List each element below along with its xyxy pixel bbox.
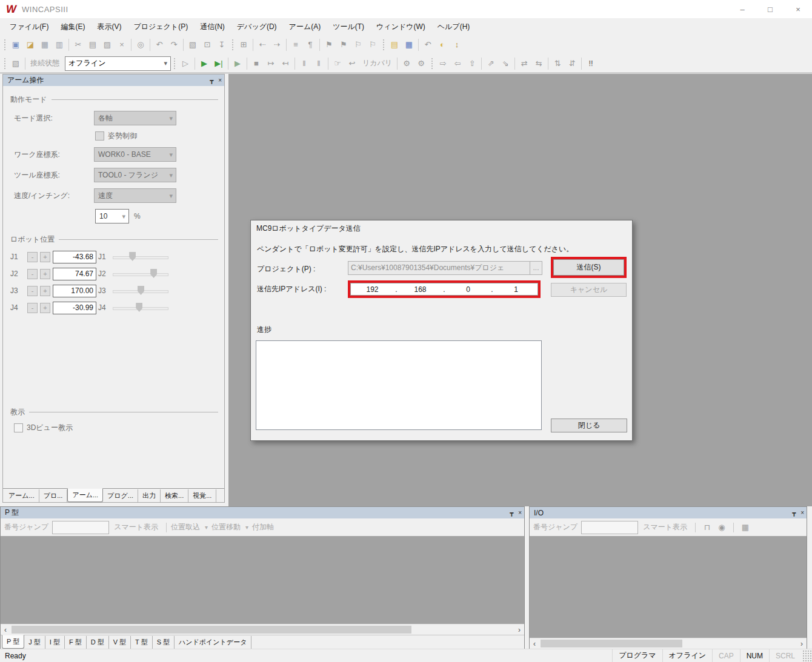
send-button[interactable]: 送信(S) bbox=[553, 259, 624, 276]
close-button[interactable]: 閉じる bbox=[551, 419, 627, 432]
copy-icon[interactable]: ▤ bbox=[86, 38, 99, 51]
step-into-icon[interactable]: ↤ bbox=[279, 57, 292, 70]
jog-plus-button[interactable]: + bbox=[40, 303, 50, 313]
tab-output[interactable]: 出力 bbox=[138, 489, 161, 502]
connection-state-combo[interactable]: オフライン ▾ bbox=[65, 56, 171, 71]
stop-icon[interactable]: ■ bbox=[250, 57, 263, 70]
search-icon[interactable]: ◎ bbox=[134, 38, 147, 51]
jog-plus-button[interactable]: + bbox=[40, 252, 50, 262]
sync-project-icon[interactable]: ⇄ bbox=[517, 57, 531, 70]
pin-icon[interactable]: ┳ bbox=[792, 507, 796, 518]
teach-3dview-checkbox[interactable] bbox=[14, 423, 23, 432]
close-icon[interactable]: × bbox=[218, 74, 222, 86]
indent-decrease-icon[interactable]: ⇠ bbox=[256, 38, 269, 51]
joint-value-field[interactable]: -43.68 bbox=[53, 251, 96, 263]
number-jump-input[interactable] bbox=[52, 521, 109, 534]
compile-send-icon[interactable]: ▷ bbox=[179, 57, 192, 70]
work-coord-combo[interactable]: WORK0 - BASE ▾ bbox=[94, 147, 176, 162]
speed-mode-combo[interactable]: 速度 ▾ bbox=[94, 188, 176, 203]
data-storage-icon[interactable]: ◐ bbox=[436, 38, 449, 51]
joint-slider[interactable] bbox=[113, 285, 168, 296]
save-all-icon[interactable]: ▦ bbox=[38, 38, 52, 51]
tab-j-type[interactable]: J 型 bbox=[24, 636, 45, 649]
tab-d-type[interactable]: D 型 bbox=[87, 636, 109, 649]
aux-axis-button[interactable]: 付加軸 bbox=[252, 522, 274, 532]
compare-project-icon[interactable]: ⇆ bbox=[532, 57, 545, 70]
run-icon[interactable]: ▶ bbox=[198, 57, 211, 70]
scroll-right-icon[interactable]: › bbox=[514, 626, 524, 634]
posture-control-checkbox[interactable] bbox=[95, 131, 104, 141]
joint-slider[interactable] bbox=[113, 251, 168, 262]
menu-edit[interactable]: 編集(E) bbox=[55, 19, 91, 35]
breakpoint-pause-icon[interactable]: ‖ bbox=[298, 57, 311, 70]
pin-icon[interactable]: ┳ bbox=[210, 74, 213, 86]
download-file-icon[interactable]: ⇘ bbox=[499, 57, 512, 70]
tab-hand-point-data[interactable]: ハンドポイントデータ bbox=[175, 636, 251, 649]
jog-plus-button[interactable]: + bbox=[40, 286, 50, 296]
chevron-down-icon[interactable]: ▾ bbox=[245, 524, 248, 531]
menu-help[interactable]: ヘルプ(H) bbox=[431, 19, 476, 35]
ip-address-field[interactable]: 192 . 168 . 0 . 1 bbox=[350, 283, 538, 296]
open-project-icon[interactable]: ◪ bbox=[24, 38, 37, 51]
jog-plus-button[interactable]: + bbox=[40, 269, 50, 279]
tab-project[interactable]: プロ... bbox=[39, 489, 68, 502]
save-icon[interactable]: ▥ bbox=[53, 38, 66, 51]
joint-value-field[interactable]: 170.00 bbox=[53, 285, 96, 297]
breakpoint-disable-icon[interactable]: ⚐ bbox=[351, 38, 365, 51]
scroll-left-icon[interactable]: ‹ bbox=[1, 626, 10, 634]
scroll-thumb[interactable] bbox=[541, 640, 682, 647]
tab-t-type[interactable]: T 型 bbox=[131, 636, 153, 649]
menu-project[interactable]: プロジェクト(P) bbox=[127, 19, 194, 35]
variable-table-icon[interactable]: ▦ bbox=[402, 38, 416, 51]
number-jump-input[interactable] bbox=[581, 521, 638, 534]
upload-file-icon[interactable]: ⇗ bbox=[484, 57, 498, 70]
close-icon[interactable]: × bbox=[800, 507, 804, 518]
scroll-left-icon[interactable]: ‹ bbox=[530, 640, 539, 648]
data-sync-icon[interactable]: ↕ bbox=[450, 38, 464, 51]
export-icon[interactable]: ↧ bbox=[215, 38, 228, 51]
menu-view[interactable]: 表示(V) bbox=[91, 19, 127, 35]
breakpoint-set-icon[interactable]: ⚑ bbox=[322, 38, 336, 51]
tab-p-type[interactable]: P 型 bbox=[2, 635, 24, 649]
joint-slider[interactable] bbox=[113, 268, 168, 279]
minimize-button[interactable]: – bbox=[728, 0, 756, 18]
delete-robot-data-icon[interactable]: ⇧ bbox=[465, 57, 479, 70]
joint-value-field[interactable]: -30.99 bbox=[53, 302, 96, 314]
tab-s-type[interactable]: S 型 bbox=[153, 636, 175, 649]
run-selection-icon[interactable]: ▶ bbox=[231, 57, 244, 70]
maximize-button[interactable]: □ bbox=[756, 0, 784, 18]
undo-icon[interactable]: ↶ bbox=[153, 38, 166, 51]
io-settings-icon[interactable]: ▦ bbox=[739, 521, 752, 534]
backup-icon[interactable]: ⇅ bbox=[551, 57, 564, 70]
joint-slider[interactable] bbox=[113, 302, 168, 313]
tab-i-type[interactable]: I 型 bbox=[45, 636, 65, 649]
jog-minus-button[interactable]: - bbox=[27, 269, 38, 279]
tab-v-type[interactable]: V 型 bbox=[109, 636, 131, 649]
ip-octet-1[interactable]: 192 bbox=[351, 285, 394, 294]
reset-icon[interactable]: ↩ bbox=[345, 57, 359, 70]
tab-arm-operation[interactable]: アーム... bbox=[67, 488, 103, 502]
breakpoint-enable-icon[interactable]: ⚑ bbox=[337, 38, 350, 51]
menu-tool[interactable]: ツール(T) bbox=[327, 19, 370, 35]
joint-value-field[interactable]: 74.67 bbox=[53, 268, 96, 280]
paste-icon[interactable]: ▨ bbox=[101, 38, 114, 51]
program-properties-icon[interactable]: ▤ bbox=[388, 38, 401, 51]
ip-octet-3[interactable]: 0 bbox=[447, 285, 490, 294]
jog-minus-button[interactable]: - bbox=[27, 286, 38, 296]
ip-octet-2[interactable]: 168 bbox=[399, 285, 442, 294]
browse-button[interactable]: ... bbox=[530, 261, 542, 275]
close-button[interactable]: × bbox=[784, 0, 812, 18]
new-project-icon[interactable]: ▣ bbox=[9, 38, 22, 51]
project-path-field[interactable]: C:¥Users¥10087901354¥Documents¥プロジェ bbox=[348, 261, 530, 275]
restore-icon[interactable]: ⇵ bbox=[565, 57, 579, 70]
menu-file[interactable]: ファイル(F) bbox=[4, 19, 55, 35]
breakpoint-clear-icon[interactable]: ⚐ bbox=[366, 38, 379, 51]
run-step-icon[interactable]: ▶| bbox=[212, 57, 225, 70]
slider-thumb[interactable] bbox=[129, 252, 136, 261]
menu-arm[interactable]: アーム(A) bbox=[283, 19, 327, 35]
scroll-track[interactable] bbox=[539, 638, 797, 649]
ip-octet-4[interactable]: 1 bbox=[494, 285, 537, 294]
receive-from-robot-icon[interactable]: ⇦ bbox=[451, 57, 464, 70]
scroll-track[interactable] bbox=[10, 624, 514, 635]
tab-arm-settings[interactable]: アーム... bbox=[4, 489, 39, 502]
